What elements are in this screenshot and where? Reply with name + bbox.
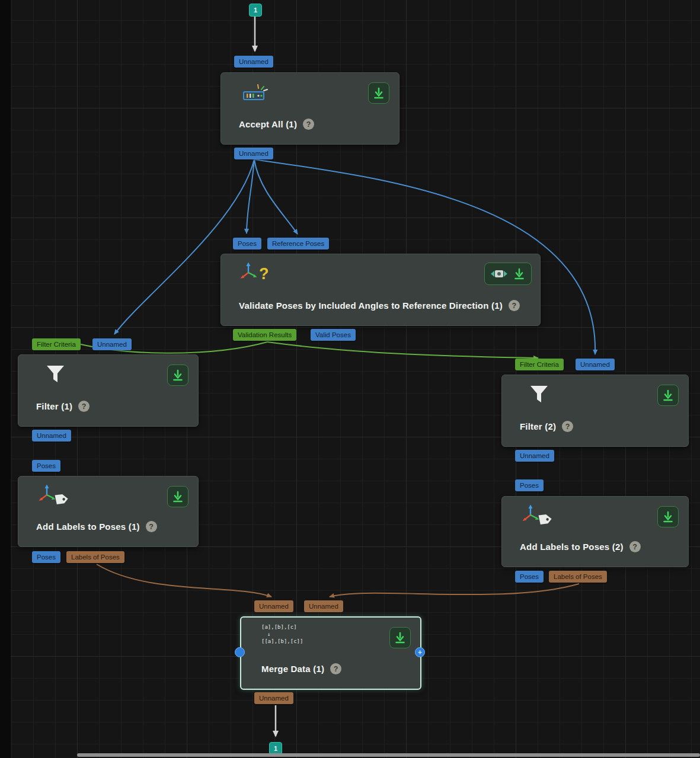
port-validate-output-valid-poses[interactable]: Valid Poses — [311, 329, 356, 341]
help-badge[interactable]: ? — [146, 521, 157, 532]
port-filter-1-output-unnamed[interactable]: Unnamed — [32, 430, 71, 442]
selected-node-left-handle[interactable] — [235, 647, 245, 657]
wire-validation-results-to-filter-2-criteria[interactable] — [267, 342, 538, 358]
download-icon — [171, 490, 184, 503]
download-button[interactable] — [368, 82, 389, 104]
port-add-labels-2-output-poses[interactable]: Poses — [515, 571, 544, 583]
wire-labels-1-to-merge-input-1[interactable] — [97, 564, 271, 597]
port-merge-output-unnamed[interactable]: Unnamed — [254, 692, 293, 704]
help-badge[interactable]: ? — [303, 119, 314, 130]
help-badge[interactable]: ? — [562, 421, 573, 432]
port-add-labels-1-output-labels[interactable]: Labels of Poses — [66, 551, 124, 563]
download-icon — [513, 267, 526, 280]
wire-accept-all-to-validate-reference-poses[interactable] — [254, 159, 298, 234]
validate-question-icon: ? — [259, 265, 269, 283]
merge-icon-line-bottom: [[a],[b],[c]] — [261, 638, 303, 645]
port-validate-output-validation-results[interactable]: Validation Results — [233, 329, 296, 341]
node-title: Accept All (1) — [239, 119, 297, 129]
funnel-icon — [44, 363, 67, 386]
port-add-labels-1-output-poses[interactable]: Poses — [32, 551, 60, 563]
horizontal-scrollbar[interactable] — [77, 753, 700, 757]
plus-icon: + — [418, 649, 422, 656]
selected-node-right-handle[interactable]: + — [415, 647, 425, 657]
help-badge[interactable]: ? — [78, 401, 90, 412]
port-validate-input-reference-poses[interactable]: Reference Poses — [267, 238, 329, 250]
node-add-labels-1[interactable]: Add Labels to Poses (1) ? — [18, 476, 199, 547]
camera-button[interactable] — [490, 267, 508, 280]
node-title: Filter (1) — [36, 401, 72, 411]
port-filter-1-input-filter-criteria[interactable]: Filter Criteria — [32, 338, 81, 350]
node-title: Merge Data (1) — [261, 664, 324, 674]
download-icon — [661, 389, 675, 402]
port-merge-input-1-unnamed[interactable]: Unnamed — [254, 600, 293, 612]
merge-icon-line-top: [a],[b],[c] — [261, 623, 303, 631]
node-filter-2[interactable]: Filter (2) ? — [501, 375, 689, 447]
port-add-labels-2-output-labels[interactable]: Labels of Poses — [549, 571, 607, 583]
download-button[interactable] — [513, 267, 526, 280]
help-badge[interactable]: ? — [509, 300, 520, 311]
port-filter-2-output-unnamed[interactable]: Unnamed — [515, 450, 554, 462]
tag-icon — [52, 491, 69, 508]
port-add-labels-2-input-poses[interactable]: Poses — [515, 479, 544, 491]
node-merge-data[interactable]: [a],[b],[c] ↓ [[a],[b],[c]] Merge Data (… — [240, 616, 421, 690]
download-icon — [372, 87, 385, 100]
accept-all-icon — [240, 82, 269, 104]
port-filter-1-input-unnamed[interactable]: Unnamed — [92, 338, 132, 350]
port-filter-2-input-filter-criteria[interactable]: Filter Criteria — [515, 359, 564, 370]
node-title: Add Labels to Poses (1) — [36, 522, 140, 532]
node-validate-poses[interactable]: ? Validate Poses by Included Angles to — [220, 254, 541, 326]
port-validate-input-poses[interactable]: Poses — [233, 238, 261, 250]
download-icon — [661, 510, 675, 523]
node-accept-all[interactable]: Accept All (1) ? — [220, 72, 399, 145]
download-button[interactable] — [389, 627, 411, 648]
node-title: Validate Poses by Included Angles to Ref… — [239, 300, 503, 311]
merge-data-icon: [a],[b],[c] ↓ [[a],[b],[c]] — [261, 623, 303, 645]
download-button[interactable] — [167, 364, 188, 386]
camera-icon — [490, 267, 508, 280]
help-badge[interactable]: ? — [629, 541, 641, 552]
node-graph-canvas[interactable]: 1 1 Unnamed Accept All (1) ? — [0, 0, 700, 758]
canvas-left-edge — [0, 0, 11, 758]
node-filter-1[interactable]: Filter (1) ? — [18, 354, 199, 427]
download-icon — [171, 369, 184, 382]
download-button[interactable] — [657, 506, 679, 527]
funnel-icon — [528, 383, 551, 406]
node-title: Filter (2) — [520, 421, 556, 431]
node-add-labels-2[interactable]: Add Labels to Poses (2) ? — [501, 496, 689, 567]
port-add-labels-1-input-poses[interactable]: Poses — [32, 460, 60, 472]
port-accept-all-output-unnamed[interactable]: Unnamed — [234, 148, 273, 159]
download-icon — [394, 631, 407, 644]
merge-icon-arrow: ↓ — [261, 631, 303, 638]
node-title: Add Labels to Poses (2) — [520, 542, 624, 552]
wire-labels-2-to-merge-input-2[interactable] — [330, 584, 579, 597]
flow-entry-marker[interactable]: 1 — [249, 4, 262, 17]
port-merge-input-2-unnamed[interactable]: Unnamed — [304, 600, 343, 612]
flow-exit-label: 1 — [274, 745, 277, 752]
download-button[interactable] — [167, 486, 188, 507]
flow-entry-label: 1 — [254, 7, 257, 14]
tag-icon — [535, 511, 553, 529]
node-action-buttons — [484, 263, 532, 285]
port-filter-2-input-unnamed[interactable]: Unnamed — [576, 359, 615, 370]
download-button[interactable] — [657, 385, 679, 406]
port-accept-all-input-unnamed[interactable]: Unnamed — [234, 56, 273, 68]
pose-axes-icon — [239, 261, 259, 282]
help-badge[interactable]: ? — [330, 663, 341, 674]
